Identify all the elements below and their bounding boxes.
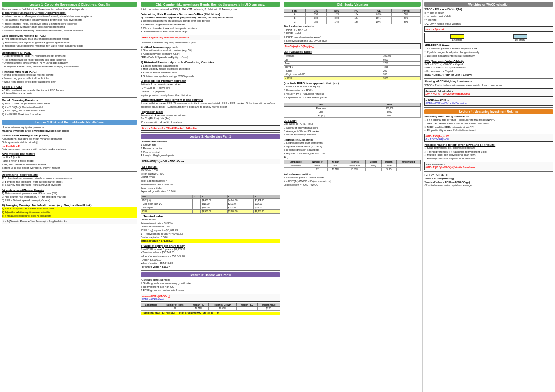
fcff-val-1: $3,980.00 <box>201 209 227 213</box>
col4-lec4-header: Lecture 4: Measuring Investment Returns <box>424 109 553 114</box>
col1-agency-header: 1) Shareholder-/Manager's Conflict (Agen… <box>2 12 137 15</box>
col2-divider-2 <box>141 270 280 271</box>
col4-wacc-4: E/V, D/V = market value weights <box>424 22 553 26</box>
col2-lec3-4: 4. Length of high growth period <box>141 154 280 158</box>
col2-bt-h5: Median PEG <box>237 303 258 306</box>
col4-bottom-f2: Value = FCFF₁/(WACC-g) <box>424 177 553 181</box>
col3-ch3-intro: Stock valuation methods: <box>284 25 421 29</box>
col2-term-2: Reinvestment rate = 33.33% <box>141 222 280 226</box>
col2-bt-c5 <box>237 306 258 310</box>
col3-bt-h4: Historical <box>343 160 366 164</box>
col2-terminal-header: b. Terminal value <box>141 215 280 218</box>
col3-content: Firm EPS DPS P/E ROE Payout A 2.50 1.25 … <box>284 8 421 391</box>
col2-implied-text: Estimate from current market prices <box>141 83 280 86</box>
col2-bt-c3: 18.71% <box>189 306 208 310</box>
col1-content: Finance seeks to find Price that Maximis… <box>2 8 137 391</box>
col3-qos-1: 1. BV is the book value of equity <box>284 85 421 89</box>
col3-ebit-r1c3: 100,000 <box>382 55 421 58</box>
col3-mt-r3c1: EBIT(1-t) <box>284 114 358 118</box>
col1-capm-2: Only systematic risk is priced (β) <box>2 141 137 145</box>
fcff-wc-2: $210.00 <box>227 202 253 206</box>
col3-bt-r1: Companies Firms P/E Growth Rate P/E/g Va… <box>284 164 420 168</box>
col1-em-3: 3) λ measures exposure: local vs global … <box>2 214 137 218</box>
col1-payable-bonds: re Payable Bonds - AAA, the bond convert… <box>2 65 137 69</box>
col2-mod-1: 1. Start with mature market premium (e.g… <box>141 49 280 53</box>
col3-bt-r2c4: 10.50% <box>343 168 366 172</box>
col4-wacc-intro: WACC = E/V × re + D/V × rd(1-t) <box>424 8 553 12</box>
fcff-wc-3: $210.00 <box>253 202 280 206</box>
col3-tt-r1c2: 2.50 <box>306 13 327 17</box>
fcff-values-row: FCFF $3,980.00 $3,980.00 $3,725.80 <box>141 209 280 213</box>
col4-content: WACC = E/V × re + D/V × rd(1-t) re = cos… <box>424 8 553 391</box>
col2-b-2: 2. High volatility makes estimates unrel… <box>141 67 280 71</box>
col2-lec3b-3: 3. FCFF grows at constant rate forever <box>141 289 280 293</box>
fcff-table: Year 0 1 2 3 EBIT (1-t) $4,400.00 $4,840… <box>141 195 280 214</box>
col1-rfr-header: Determining Risk-free Rate: <box>2 173 137 176</box>
col1-social: Social BFPG/E: <box>2 86 137 88</box>
fcff-wc-label: - Chg in non-cash WC <box>141 202 193 206</box>
col2-eq-6: Per share value = $10.97 <box>141 265 280 269</box>
col3-bt-r2c2: 22 <box>307 168 328 172</box>
fcff-capex-1: $210.00 <box>201 206 227 209</box>
col2-lec3-header: Lecture 3: Handle Vars Part 1 <box>141 134 280 139</box>
col2-int-marginal: → Marginal MC(→), Free MCF→ etc↑ B Volum… <box>141 312 280 315</box>
col3-bt-h7: Undervalued <box>397 160 421 164</box>
col3-ebit-r2c3: 6000 <box>382 58 421 62</box>
col3-val-3: Excess return = ROIC - WACC <box>284 184 421 187</box>
col1-model-4: 4) V = FCFF/r Maximise firm value <box>2 113 137 116</box>
col2-lec3b-header: Lecture 3: Handle Vars Part II <box>141 272 280 277</box>
col4-div3 <box>424 172 553 172</box>
fcff-val-2: $3,980.00 <box>227 209 253 213</box>
col3-ch3-4: 4. Relative valuation (P/E, EV/EBITDA) <box>284 39 421 43</box>
col3-top-table: Firm EPS DPS P/E ROE Payout A 2.50 1.25 … <box>284 9 421 24</box>
col2-fcff-def-text: FCFF = EBIT(1-t) + D&A - ΔWC - Capex <box>142 160 184 163</box>
fcff-capex-0 <box>193 206 201 209</box>
col3-tt-r1: A 2.50 1.25 15x 16.7% 50% <box>284 13 420 17</box>
col1-undeveloped: A) Undeveloped/Mature Country <box>2 189 137 191</box>
col2-b-3: 3. Survival bias in historical data <box>141 71 280 75</box>
col1-em-2: 2) Adjust for relative equity market vol… <box>2 211 137 214</box>
col2-rp-1: 1. Use historical returns on stocks vs. … <box>141 19 280 23</box>
col4-lec4-intro: Measuring WACC using investments <box>424 115 553 119</box>
column-2: Ch1: Country risk: never issue Bonds, th… <box>139 0 282 392</box>
divider-2 <box>2 97 137 98</box>
col2-divider-1 <box>141 132 280 133</box>
col3-mt-r2c2: 6,000 <box>358 110 421 114</box>
col4-eva-1: EVA = EBIT(1-t) - WACC × Capital <box>424 63 553 67</box>
col3-ebit-r6c2 <box>373 73 382 77</box>
col3-mt-r3: EBIT(1-t) 4,000 <box>284 114 420 118</box>
col2-lec3b-1: 1. Stable growth rate ≤ economy growth r… <box>141 282 280 286</box>
col3-ebit-r4c3: 4250 <box>382 66 421 69</box>
col3-tt-r2c6: 30% <box>391 17 421 20</box>
col1-capm-1: Assumptions: investors are mean-variance… <box>2 137 137 141</box>
col2-mod-2: 2. Add country risk premium (CRP) <box>141 52 280 56</box>
col3-formula1: P₀ = D₁/(r-g) = D₀(1+g)/(r-g) <box>284 43 421 49</box>
col1-agency-4: Effort/shirking: Managers may slack with… <box>2 25 137 29</box>
col2-lec3b-formula: Value = FCFF₁/(WACC - g) FCFF₁ = FCFF₀(1… <box>141 294 280 302</box>
col2-eq-1: Sum FCFF for next 3 years = $8,103.56 <box>141 248 280 251</box>
fcff-capex-label: - Net Capex <box>141 206 193 209</box>
col3-bt-header: Comparable Number of Median Historical M… <box>284 160 420 164</box>
col4-pr-4: 4. Mutually exclusive projects: NPV pref… <box>424 157 553 161</box>
col3-ch3-3: 3. FCFF model (enterprise value) <box>284 36 421 39</box>
col4-lec4-2: 2. NPV: net present value - sum of disco… <box>424 122 553 126</box>
col2-term-6: Cost of capital = 10.00% <box>141 236 280 239</box>
col3-ebit-r1c2 <box>373 55 382 58</box>
col3-bt-r2c7 <box>397 168 421 172</box>
col3-ebit-r6c1: - Chg in non-cash WC <box>284 73 373 77</box>
col2-corp-erp-header: Corporate Equity Risk Premium in one cou… <box>141 98 280 101</box>
col2-ch1-text: 1. All bonds denominated in USD; 2. Get … <box>141 8 280 12</box>
col1-em-1: 1) Use CDS spread as measure of country … <box>2 207 137 211</box>
col3-ebit-header: EBIT Valuation Table: <box>284 50 421 53</box>
fcff-capex-row: - Net Capex $210.00 $210.00 $210.00 <box>141 206 280 209</box>
col3-tt-h4: P/E <box>347 9 365 13</box>
col3-tt-h1: Firm <box>284 9 305 13</box>
col3-mt-h1: Item <box>284 103 358 107</box>
col4-eva-formula: Economic Value Added = EVA = NOPAT - WAC… <box>424 88 553 97</box>
col2-bottom-table: Comparable Number of Firms Median P/E Hi… <box>141 303 280 311</box>
col3-tt-r3c5: 10% <box>365 20 392 24</box>
col3-ch3-1: 1. DDM: P = D1/(r-g) <box>284 29 421 32</box>
col3-tt-r1c6: 50% <box>391 13 421 17</box>
col1-intro: Finance seeks to find Price that Maximis… <box>2 8 137 12</box>
col2-bt-c1 <box>141 306 161 310</box>
